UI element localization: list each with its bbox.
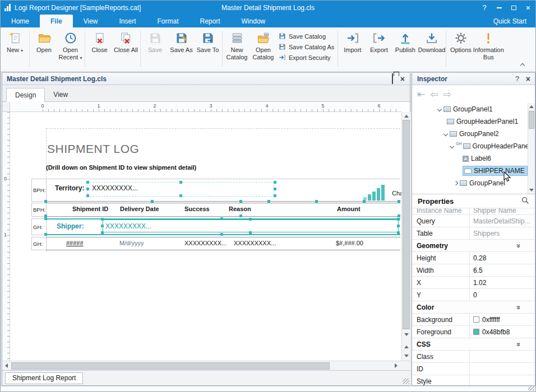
selection-handle[interactable] bbox=[274, 194, 276, 197]
scroll-left-button[interactable] bbox=[2, 361, 10, 370]
tree-item-shipper-name[interactable]: SHIPPER NAME bbox=[412, 165, 535, 177]
property-value[interactable]: 1.02 bbox=[470, 277, 535, 288]
section-color[interactable]: Color » bbox=[412, 301, 535, 314]
selection-handle[interactable] bbox=[398, 200, 400, 203]
menu-tab-window[interactable]: Window bbox=[231, 15, 276, 27]
back-arrow-icon[interactable]: ⇦ bbox=[430, 90, 438, 99]
report-subtitle-label[interactable]: (Drill down on Shipment ID to view shipm… bbox=[46, 164, 196, 171]
chevron-down-icon[interactable] bbox=[443, 132, 448, 136]
detail-cell[interactable]: $#,###.00 bbox=[336, 240, 363, 246]
import-button[interactable]: Import bbox=[339, 29, 366, 55]
scroll-up-button[interactable] bbox=[528, 103, 535, 110]
chevron-down-icon[interactable] bbox=[437, 107, 442, 111]
menu-tab-file[interactable]: File bbox=[40, 15, 73, 27]
report-title-label[interactable]: SHIPMENT LOG bbox=[47, 142, 139, 156]
selection-handle[interactable] bbox=[86, 194, 89, 197]
close-button[interactable]: × bbox=[521, 1, 535, 15]
column-header[interactable]: Amount bbox=[337, 206, 361, 212]
selection-handle[interactable] bbox=[220, 233, 223, 236]
selection-handle[interactable] bbox=[398, 214, 400, 217]
property-value[interactable]: 0xffffff bbox=[470, 314, 535, 325]
property-value[interactable]: MasterDetailShip... bbox=[470, 215, 535, 227]
selection-handle[interactable] bbox=[239, 200, 242, 203]
property-value[interactable]: Shippers bbox=[470, 227, 535, 239]
selection-handle[interactable] bbox=[179, 181, 182, 184]
territory-field[interactable]: XXXXXXXXX... bbox=[92, 184, 138, 192]
options-button[interactable]: Options bbox=[447, 29, 474, 55]
section-css[interactable]: CSS » bbox=[412, 338, 535, 351]
scroll-right-button[interactable] bbox=[392, 361, 400, 370]
column-header[interactable]: Shipment ID bbox=[72, 206, 108, 212]
property-value[interactable]: 0x48bfb8 bbox=[470, 326, 535, 338]
save-catalog-as-button[interactable]: Save Catalog As bbox=[279, 43, 334, 51]
selection-handle[interactable] bbox=[101, 218, 104, 221]
detail-cell[interactable]: XXXXXXXXX... bbox=[184, 240, 227, 246]
shipper-label[interactable]: Shipper: bbox=[57, 222, 84, 230]
property-value[interactable]: 0 bbox=[470, 289, 535, 301]
selection-handle[interactable] bbox=[44, 233, 47, 236]
selection-handle[interactable] bbox=[220, 217, 223, 220]
property-value[interactable]: 6.5 bbox=[470, 264, 535, 276]
doc-close-button[interactable]: × bbox=[400, 75, 405, 83]
resize-grip[interactable] bbox=[528, 386, 534, 391]
chart-placeholder[interactable] bbox=[363, 184, 390, 200]
territory-label[interactable]: Territory: bbox=[55, 184, 84, 192]
menu-tab-home[interactable]: Home bbox=[1, 15, 40, 27]
export-button[interactable]: Export bbox=[366, 29, 392, 55]
scrollbar-thumb[interactable] bbox=[11, 362, 330, 370]
tab-view[interactable]: View bbox=[45, 88, 76, 101]
open-button[interactable]: Open bbox=[31, 29, 57, 55]
property-value[interactable]: Shipper Name bbox=[470, 208, 535, 214]
tree-item-grouppanel2[interactable]: GroupPanel2 bbox=[412, 128, 535, 140]
scrollbar-thumb[interactable] bbox=[529, 111, 534, 129]
export-security-button[interactable]: Export Security bbox=[279, 53, 334, 62]
tree-item-groupheaderpanel2[interactable]: GH GroupHeaderPanel2 bbox=[412, 140, 535, 152]
band-label[interactable]: GH: bbox=[31, 237, 47, 250]
design-canvas[interactable]: SHIPMENT LOG (Drill down on Shipment ID … bbox=[10, 112, 401, 361]
tree-item-grouppanel1[interactable]: GroupPanel1 bbox=[412, 103, 535, 115]
resize-grip[interactable] bbox=[403, 379, 409, 384]
help-button[interactable]: ? bbox=[477, 1, 492, 15]
selection-handle[interactable] bbox=[44, 200, 47, 203]
column-header[interactable]: Success bbox=[184, 206, 210, 212]
column-header[interactable]: Reason bbox=[229, 206, 251, 212]
section-geometry[interactable]: Geometry » bbox=[412, 240, 535, 252]
scroll-down-button[interactable] bbox=[402, 330, 410, 338]
close-all-button[interactable]: Close All bbox=[113, 29, 139, 55]
tree-scrollbar[interactable] bbox=[528, 103, 535, 194]
property-value[interactable] bbox=[470, 351, 535, 362]
save-as-button[interactable]: Save As bbox=[168, 29, 195, 55]
page-up-button[interactable] bbox=[402, 343, 410, 351]
minimize-button[interactable] bbox=[492, 1, 506, 15]
menu-tab-view[interactable]: View bbox=[73, 15, 109, 27]
close-file-button[interactable]: Close bbox=[86, 29, 113, 55]
ribbon-collapse-button[interactable] bbox=[517, 62, 528, 69]
open-catalog-button[interactable]: Open Catalog bbox=[250, 29, 276, 62]
selection-handle[interactable] bbox=[274, 188, 276, 190]
download-button[interactable]: Download bbox=[418, 29, 445, 55]
selection-handle[interactable] bbox=[179, 194, 182, 197]
property-value[interactable] bbox=[470, 363, 535, 375]
forward-arrow-icon[interactable]: ⇨ bbox=[443, 90, 451, 99]
selection-handle[interactable] bbox=[249, 231, 252, 234]
publish-button[interactable]: Publish bbox=[392, 29, 418, 55]
selection-handle[interactable] bbox=[86, 188, 89, 190]
tree-item-label6[interactable]: A Label6 bbox=[412, 152, 535, 165]
selection-handle[interactable] bbox=[267, 200, 270, 203]
property-value[interactable]: 0.28 bbox=[470, 252, 535, 264]
tree-item-groupheaderpanel1[interactable]: GroupHeaderPanel1 bbox=[412, 115, 535, 128]
chevron-right-icon[interactable] bbox=[454, 181, 458, 185]
menu-tab-report[interactable]: Report bbox=[190, 15, 231, 27]
scrollbar-thumb[interactable] bbox=[403, 120, 410, 329]
selection-handle[interactable] bbox=[44, 217, 47, 220]
new-catalog-button[interactable]: New Catalog bbox=[224, 29, 250, 62]
selection-handle[interactable] bbox=[274, 181, 276, 184]
quick-start-link[interactable]: Quick Start bbox=[493, 15, 535, 27]
new-button[interactable]: New ▾ bbox=[2, 29, 28, 55]
scroll-up-button[interactable] bbox=[402, 112, 410, 120]
chevron-down-icon[interactable] bbox=[450, 144, 454, 148]
scroll-down-button[interactable] bbox=[528, 186, 535, 194]
shipper-name-field[interactable]: XXXXXXXXX... bbox=[105, 222, 151, 230]
detail-cell[interactable]: XXXXXXXXX... bbox=[234, 240, 276, 246]
selection-handle[interactable] bbox=[397, 225, 400, 227]
